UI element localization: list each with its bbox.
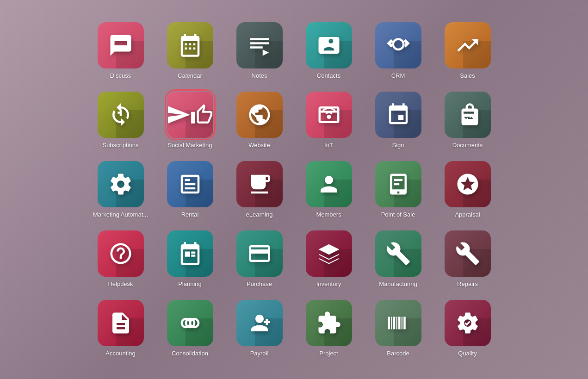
crm-icon <box>375 22 421 68</box>
iot-icon <box>306 92 352 138</box>
app-social-marketing[interactable]: Social Marketing <box>160 88 220 153</box>
app-discuss[interactable]: Discuss <box>91 19 151 83</box>
app-iot[interactable]: IoT <box>299 88 359 153</box>
manufacturing-icon <box>375 230 421 277</box>
helpdesk-label: Helpdesk <box>108 280 133 288</box>
subscriptions-label: Subscriptions <box>102 142 138 149</box>
notes-label: Notes <box>252 72 267 80</box>
payroll-icon <box>236 300 283 346</box>
app-sign[interactable]: Sign <box>368 88 428 153</box>
repairs-icon <box>445 230 491 277</box>
helpdesk-icon <box>98 230 144 277</box>
app-accounting[interactable]: Accounting <box>91 296 151 361</box>
rental-label: Rental <box>181 211 199 218</box>
pos-icon <box>375 161 421 207</box>
website-icon <box>236 92 283 138</box>
app-consolidation[interactable]: Consolidation <box>160 296 220 361</box>
iot-label: IoT <box>324 142 333 149</box>
app-manufacturing[interactable]: Manufacturing <box>368 227 428 292</box>
social-marketing-label: Social Marketing <box>167 142 212 149</box>
contacts-icon <box>306 22 352 68</box>
quality-label: Quality <box>458 350 477 357</box>
marketing-automat-label: Marketing Automat... <box>93 211 148 218</box>
social-marketing-icon <box>167 92 213 138</box>
app-documents[interactable]: Documents <box>438 88 498 153</box>
app-marketing-automat[interactable]: Marketing Automat... <box>91 157 151 222</box>
sign-label: Sign <box>392 142 404 149</box>
crm-label: CRM <box>391 72 405 80</box>
discuss-label: Discuss <box>110 72 131 80</box>
discuss-icon <box>98 22 144 68</box>
app-members[interactable]: Members <box>299 157 359 222</box>
members-label: Members <box>316 211 341 218</box>
app-grid: Discuss Calendar Notes Contacts CRM Sale… <box>81 9 507 370</box>
app-sales[interactable]: Sales <box>438 19 498 83</box>
accounting-icon <box>98 300 144 346</box>
app-rental[interactable]: Rental <box>160 157 220 222</box>
rental-icon <box>167 161 213 207</box>
sign-icon <box>375 92 421 138</box>
app-project[interactable]: Project <box>299 296 359 361</box>
project-icon <box>306 300 352 346</box>
purchase-icon <box>236 230 283 277</box>
inventory-label: Inventory <box>316 280 341 288</box>
app-crm[interactable]: CRM <box>368 19 428 83</box>
barcode-icon <box>375 300 421 346</box>
barcode-label: Barcode <box>387 350 409 357</box>
sales-label: Sales <box>460 72 475 80</box>
appraisal-icon <box>445 161 491 207</box>
app-planning[interactable]: Planning <box>160 227 220 292</box>
app-website[interactable]: Website <box>229 88 290 153</box>
app-inventory[interactable]: Inventory <box>299 227 359 292</box>
svg-point-0 <box>327 115 331 119</box>
purchase-label: Purchase <box>247 280 272 288</box>
documents-icon <box>445 92 491 138</box>
app-quality[interactable]: Quality <box>438 296 498 361</box>
sales-icon <box>445 22 491 68</box>
consolidation-icon <box>167 300 213 346</box>
project-label: Project <box>319 350 338 357</box>
documents-label: Documents <box>452 142 483 149</box>
subscriptions-icon <box>98 92 144 138</box>
app-appraisal[interactable]: Appraisal <box>438 157 498 222</box>
consolidation-label: Consolidation <box>172 350 208 357</box>
app-helpdesk[interactable]: Helpdesk <box>91 227 151 292</box>
app-notes[interactable]: Notes <box>229 19 290 83</box>
app-repairs[interactable]: Repairs <box>438 227 498 292</box>
app-subscriptions[interactable]: Subscriptions <box>91 88 151 153</box>
website-label: Website <box>248 142 270 149</box>
members-icon <box>306 161 352 207</box>
elearning-icon <box>236 161 283 207</box>
marketing-automat-icon <box>98 161 144 207</box>
app-calendar[interactable]: Calendar <box>160 19 220 83</box>
calendar-label: Calendar <box>178 72 202 80</box>
pos-label: Point of Sale <box>381 211 415 218</box>
accounting-label: Accounting <box>105 350 135 357</box>
app-contacts[interactable]: Contacts <box>299 19 359 83</box>
inventory-icon <box>306 230 352 277</box>
manufacturing-label: Manufacturing <box>379 280 417 288</box>
elearning-label: eLearning <box>246 211 273 218</box>
app-elearning[interactable]: eLearning <box>229 157 290 222</box>
calendar-icon <box>167 22 213 68</box>
planning-icon <box>167 230 213 277</box>
appraisal-label: Appraisal <box>455 211 480 218</box>
quality-icon <box>445 300 491 346</box>
planning-label: Planning <box>178 280 202 288</box>
contacts-label: Contacts <box>317 72 340 80</box>
app-point-of-sale[interactable]: Point of Sale <box>368 157 428 222</box>
svg-point-1 <box>261 181 264 185</box>
payroll-label: Payroll <box>250 350 269 357</box>
app-payroll[interactable]: Payroll <box>229 296 290 361</box>
app-purchase[interactable]: Purchase <box>229 227 290 292</box>
notes-icon <box>236 22 283 68</box>
app-barcode[interactable]: Barcode <box>368 296 428 361</box>
repairs-label: Repairs <box>457 280 478 288</box>
